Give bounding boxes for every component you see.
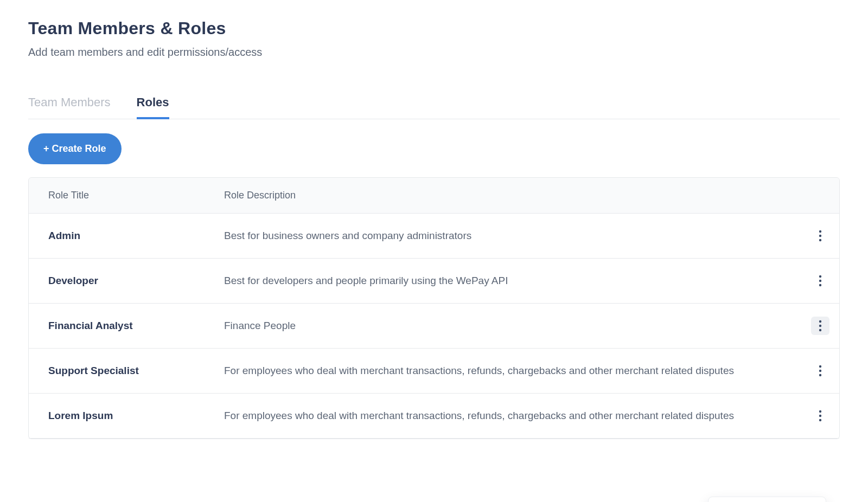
svg-point-14 [819,419,821,421]
row-actions-menu: Edit Role Delete Role [708,497,826,502]
svg-point-7 [819,325,821,327]
row-actions-button[interactable] [811,407,829,425]
svg-point-5 [819,284,821,286]
column-header-description: Role Description [224,190,801,201]
kebab-icon [819,365,822,377]
kebab-icon [819,410,822,422]
row-actions-button[interactable] [811,227,829,245]
svg-point-2 [819,239,821,241]
role-description: Best for developers and people primarily… [224,273,801,288]
svg-point-9 [819,365,821,368]
role-title: Lorem Ipsum [29,410,224,422]
create-role-button[interactable]: + Create Role [28,133,122,164]
svg-point-1 [819,235,821,237]
svg-point-8 [819,329,821,331]
svg-point-12 [819,410,821,413]
svg-point-3 [819,275,821,278]
role-description: Best for business owners and company adm… [224,228,801,243]
kebab-icon [819,320,822,332]
role-title: Admin [29,230,224,242]
tab-team-members[interactable]: Team Members [28,95,111,119]
row-actions-button[interactable] [811,272,829,290]
table-header: Role Title Role Description [29,178,839,214]
svg-point-6 [819,320,821,323]
kebab-icon [819,275,822,287]
tab-roles[interactable]: Roles [137,95,169,119]
svg-point-13 [819,415,821,417]
role-description: For employees who deal with merchant tra… [224,363,801,378]
table-row: Developer Best for developers and people… [29,259,839,304]
svg-point-11 [819,374,821,376]
svg-point-0 [819,230,821,233]
svg-point-10 [819,370,821,372]
role-description: Finance People [224,318,801,333]
column-header-actions [801,190,839,201]
row-actions-button[interactable] [811,362,829,380]
table-row: Financial Analyst Finance People [29,304,839,349]
role-description: For employees who deal with merchant tra… [224,408,801,423]
page-subtitle: Add team members and edit permissions/ac… [28,46,840,59]
tabs: Team Members Roles [28,95,840,119]
row-actions-button[interactable] [811,317,829,335]
table-row: Admin Best for business owners and compa… [29,214,839,259]
svg-point-4 [819,280,821,282]
role-title: Support Specialist [29,365,224,377]
table-row: Support Specialist For employees who dea… [29,349,839,394]
role-title: Financial Analyst [29,320,224,332]
page-title: Team Members & Roles [28,18,840,38]
role-title: Developer [29,275,224,287]
table-row: Lorem Ipsum For employees who deal with … [29,394,839,439]
kebab-icon [819,230,822,242]
roles-table: Role Title Role Description Admin Best f… [28,177,840,439]
column-header-title: Role Title [29,190,224,201]
